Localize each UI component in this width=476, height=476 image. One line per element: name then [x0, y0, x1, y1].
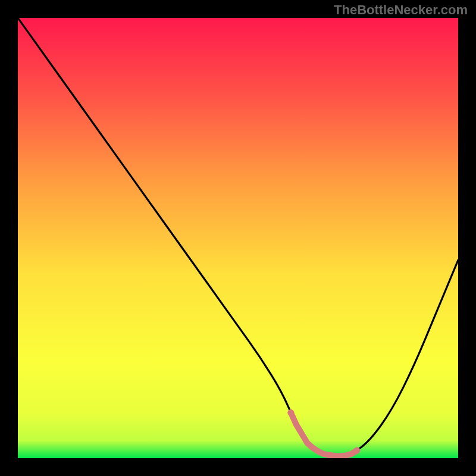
svg-point-1: [287, 409, 294, 416]
chart-plot-area: [18, 18, 458, 458]
chart-curve: [18, 18, 458, 458]
watermark-text: TheBottleNecker.com: [334, 2, 468, 18]
svg-point-2: [353, 447, 360, 454]
